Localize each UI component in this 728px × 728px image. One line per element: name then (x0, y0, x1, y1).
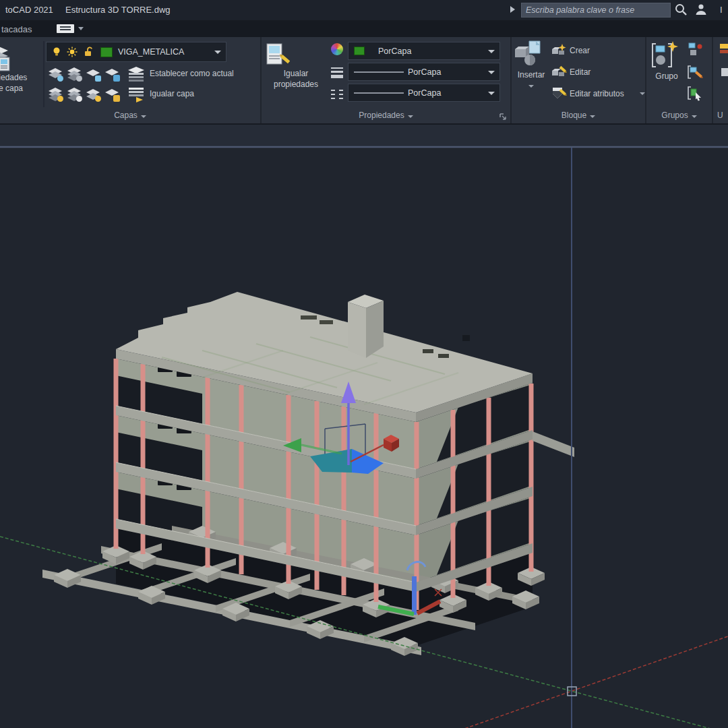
panel-title-bloque[interactable]: Bloque (512, 109, 645, 123)
help-search-box[interactable] (521, 3, 671, 18)
chevron-down-icon (488, 71, 495, 74)
tool-icon-partial[interactable] (720, 67, 728, 78)
layer-unlock-icon[interactable] (83, 46, 95, 58)
chevron-down-icon (590, 115, 595, 118)
edit-attributes-icon[interactable] (551, 86, 567, 102)
chevron-down-icon (488, 50, 495, 53)
lineweight-icon[interactable] (331, 65, 343, 80)
panel-title-grupos[interactable]: Grupos (646, 109, 712, 123)
layer-properties-button[interactable]: piedades e capa (0, 40, 40, 109)
layer-off-tool[interactable] (47, 66, 63, 82)
group-selection-toggle-icon[interactable] (687, 86, 703, 102)
insert-block-label: Insertar (513, 69, 549, 80)
insert-block-button[interactable]: Insertar (513, 40, 549, 109)
layer-selector-value[interactable]: VIGA_METALICA (118, 47, 184, 57)
chevron-down-icon[interactable] (214, 51, 221, 54)
search-expand-icon[interactable] (510, 6, 515, 13)
lineweight-value: PorCapa (408, 67, 441, 77)
ungroup-icon[interactable] (687, 41, 703, 57)
lineweight-dropdown[interactable]: PorCapa (348, 63, 500, 81)
user-icon[interactable] (694, 3, 708, 16)
chevron-down-icon (692, 115, 697, 118)
chevron-down-icon[interactable] (78, 27, 84, 30)
panel-title-propiedades[interactable]: Propiedades (262, 109, 510, 123)
chevron-down-icon (141, 115, 146, 118)
group-button[interactable]: Grupo (650, 40, 683, 109)
document-title[interactable]: Estructura 3D TORRE.dwg (65, 5, 171, 15)
chevron-down-icon (408, 115, 413, 118)
lineweight-sample (354, 71, 404, 73)
signin-label[interactable]: I (720, 5, 723, 15)
app-title: toCAD 2021 (5, 5, 53, 15)
match-layer-button[interactable]: Igualar capa (150, 89, 194, 98)
panel-utilidades-partial: U (713, 37, 728, 123)
object-color-value: PorCapa (378, 47, 411, 56)
layers-icon (0, 42, 12, 72)
match-properties-label-1: Igualar (264, 68, 328, 79)
layer-walk-tool[interactable] (66, 86, 82, 102)
color-wheel-icon[interactable] (331, 43, 343, 55)
ribbon-collapse-button[interactable] (57, 24, 74, 33)
linetype-sample (354, 92, 404, 94)
search-icon[interactable] (674, 3, 688, 16)
layer-thaw-all-tool[interactable] (85, 86, 101, 102)
linetype-icon[interactable] (331, 87, 343, 102)
ribbon-tab-row: tacadas (0, 20, 728, 37)
title-bar: toCAD 2021 Estructura 3D TORRE.dwg I (0, 0, 728, 20)
match-properties-icon (264, 42, 290, 68)
layer-properties-label-2: e capa (0, 83, 40, 94)
edit-group-icon[interactable] (687, 64, 703, 80)
ribbon-collapse-icon (60, 26, 71, 28)
measure-icon-partial[interactable] (719, 42, 728, 55)
layer-freeze-tool[interactable] (85, 66, 101, 82)
chevron-down-icon[interactable] (640, 92, 645, 95)
layer-unlock-all-tool[interactable] (104, 86, 120, 102)
panel-bloque: Insertar Crear Editar Editar atributos B… (512, 37, 646, 123)
match-properties-button[interactable]: Igualar propiedades (264, 40, 328, 109)
layer-properties-label-1: piedades (0, 72, 40, 83)
layer-thaw-sun-icon[interactable] (67, 47, 78, 57)
ucs-z-bar (412, 576, 417, 615)
model-canvas[interactable] (0, 125, 728, 728)
object-color-swatch (354, 47, 365, 55)
set-current-layer-icon[interactable] (127, 65, 146, 81)
chevron-down-icon (528, 85, 534, 88)
layer-on-bulb-icon[interactable] (51, 47, 62, 57)
elevator-shaft-tower (348, 295, 384, 358)
divider (43, 41, 44, 107)
linetype-dropdown[interactable]: PorCapa (348, 84, 500, 102)
group-icon (650, 40, 679, 71)
edit-block-icon[interactable] (551, 64, 567, 80)
panel-title-utilidades-partial[interactable]: U (713, 109, 728, 123)
match-properties-label-2: propiedades (264, 79, 328, 90)
insert-block-icon (513, 40, 543, 69)
object-color-dropdown[interactable]: PorCapa (348, 42, 500, 60)
edit-attributes-button[interactable]: Editar atributos (570, 89, 624, 98)
panel-title-capas[interactable]: Capas (0, 109, 260, 123)
layer-on-all-tool[interactable] (47, 86, 63, 102)
panel-propiedades: Igualar propiedades PorCapa PorCapa PorC… (262, 37, 512, 123)
group-label: Grupo (650, 71, 683, 82)
layer-isolate-tool[interactable] (66, 66, 82, 82)
drawing-viewport[interactable] (0, 125, 728, 728)
create-block-button[interactable]: Crear (570, 46, 590, 55)
autocad-window: toCAD 2021 Estructura 3D TORRE.dwg I tac… (0, 0, 728, 728)
match-layer-icon[interactable] (127, 85, 146, 101)
search-input[interactable] (522, 3, 670, 17)
layer-selector-dropdown[interactable]: VIGA_METALICA (46, 42, 226, 62)
panel-capas: piedades e capa VIGA_METALICA Estab (0, 37, 262, 123)
edit-block-button[interactable]: Editar (570, 67, 590, 77)
linetype-value: PorCapa (408, 88, 441, 98)
create-block-icon[interactable] (551, 42, 567, 59)
layer-lock-tool[interactable] (104, 66, 120, 82)
ribbon: piedades e capa VIGA_METALICA Estab (0, 37, 728, 125)
ribbon-tab-partial[interactable]: tacadas (1, 24, 32, 34)
chevron-down-icon (488, 92, 495, 95)
viewport-top-band (0, 125, 728, 147)
set-current-layer-button[interactable]: Establecer como actual (150, 69, 234, 78)
panel-grupos: Grupo Grupos (646, 37, 713, 123)
layer-color-swatch[interactable] (100, 47, 113, 57)
